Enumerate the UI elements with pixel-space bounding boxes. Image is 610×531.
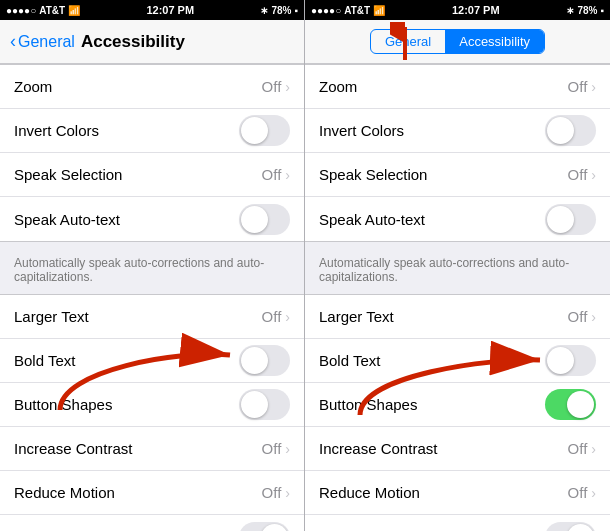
button-shapes-knob-2 — [567, 391, 594, 418]
signal-dots-1: ●●●●○ — [6, 5, 36, 16]
tab-accessibility[interactable]: Accessibility — [445, 30, 544, 53]
speak-auto-row-2[interactable]: Speak Auto-text — [305, 197, 610, 241]
on-off-labels-toggle-2[interactable] — [545, 522, 596, 532]
battery-1: 78% — [271, 5, 291, 16]
increase-contrast-row-2[interactable]: Increase Contrast Off › — [305, 427, 610, 471]
speak-auto-label-1: Speak Auto-text — [14, 211, 120, 228]
wifi-icon-1: 📶 — [68, 5, 80, 16]
speak-sel-label-2: Speak Selection — [319, 166, 427, 183]
up-arrow-annotation — [390, 22, 420, 62]
vision-note-2: Automatically speak auto-corrections and… — [305, 250, 610, 294]
invert-row-1[interactable]: Invert Colors — [0, 109, 304, 153]
bold-text-row-1[interactable]: Bold Text — [0, 339, 304, 383]
increase-contrast-value-1: Off — [262, 440, 282, 457]
zoom-row-1[interactable]: Zoom Off › — [0, 65, 304, 109]
media-rows-2: Larger Text Off › Bold Text — [305, 294, 610, 531]
media-rows-1: Larger Text Off › Bold Text — [0, 294, 304, 531]
bold-text-label-1: Bold Text — [14, 352, 75, 369]
invert-row-2[interactable]: Invert Colors — [305, 109, 610, 153]
increase-contrast-chevron-2: › — [591, 441, 596, 457]
bold-text-knob-2 — [547, 347, 574, 374]
button-shapes-row-1[interactable]: Button Shapes — [0, 383, 304, 427]
speak-auto-toggle-2[interactable] — [545, 204, 596, 235]
zoom-row-2[interactable]: Zoom Off › — [305, 65, 610, 109]
on-off-labels-toggle-1[interactable] — [239, 522, 290, 532]
larger-text-right-1: Off › — [262, 308, 290, 325]
speak-sel-value-2: Off — [568, 166, 588, 183]
larger-text-chevron-1: › — [285, 309, 290, 325]
invert-toggle-1[interactable] — [239, 115, 290, 146]
media-section-2: Larger Text Off › Bold Text — [305, 294, 610, 531]
increase-contrast-chevron-1: › — [285, 441, 290, 457]
speak-auto-toggle-1[interactable] — [239, 204, 290, 235]
speak-sel-label-1: Speak Selection — [14, 166, 122, 183]
battery-2: 78% — [577, 5, 597, 16]
button-shapes-row-2[interactable]: Button Shapes — [305, 383, 610, 427]
larger-text-right-2: Off › — [568, 308, 596, 325]
back-chevron-1: ‹ — [10, 31, 16, 52]
vision-note-1: Automatically speak auto-corrections and… — [0, 250, 304, 294]
bold-text-toggle-1[interactable] — [239, 345, 290, 376]
zoom-right-1: Off › — [262, 78, 290, 95]
zoom-value-1: Off — [262, 78, 282, 95]
reduce-motion-value-2: Off — [568, 484, 588, 501]
increase-contrast-right-2: Off › — [568, 440, 596, 457]
zoom-right-2: Off › — [568, 78, 596, 95]
invert-label-2: Invert Colors — [319, 122, 404, 139]
reduce-motion-row-2[interactable]: Reduce Motion Off › — [305, 471, 610, 515]
bold-text-row-2[interactable]: Bold Text — [305, 339, 610, 383]
back-button-1[interactable]: ‹ General — [10, 31, 75, 52]
panel-after: ●●●●○ AT&T 📶 12:07 PM ∗ 78% ▪ General Ac… — [305, 0, 610, 531]
speak-sel-row-2[interactable]: Speak Selection Off › — [305, 153, 610, 197]
on-off-labels-knob-2 — [567, 524, 594, 532]
status-bar-2: ●●●●○ AT&T 📶 12:07 PM ∗ 78% ▪ — [305, 0, 610, 20]
button-shapes-label-1: Button Shapes — [14, 396, 112, 413]
bold-text-toggle-2[interactable] — [545, 345, 596, 376]
larger-text-row-2[interactable]: Larger Text Off › — [305, 295, 610, 339]
scroll-area-2[interactable]: Zoom Off › Invert Colors — [305, 64, 610, 531]
speak-sel-row-1[interactable]: Speak Selection Off › — [0, 153, 304, 197]
reduce-motion-chevron-2: › — [591, 485, 596, 501]
larger-text-chevron-2: › — [591, 309, 596, 325]
larger-text-row-1[interactable]: Larger Text Off › — [0, 295, 304, 339]
wifi-icon-2: 📶 — [373, 5, 385, 16]
panel-before: ●●●●○ AT&T 📶 12:07 PM ∗ 78% ▪ ‹ General … — [0, 0, 305, 531]
button-shapes-toggle-1[interactable] — [239, 389, 290, 420]
speak-auto-row-1[interactable]: Speak Auto-text — [0, 197, 304, 241]
nav-bar-1: ‹ General Accessibility — [0, 20, 304, 64]
zoom-chevron-2: › — [591, 79, 596, 95]
status-right-2: ∗ 78% ▪ — [566, 5, 604, 16]
larger-text-value-1: Off — [262, 308, 282, 325]
on-off-labels-row-2[interactable]: On/Off Labels — [305, 515, 610, 531]
back-label-1: General — [18, 33, 75, 51]
scroll-area-1[interactable]: Zoom Off › Invert Colors — [0, 64, 304, 531]
bluetooth-icon-1: ∗ — [260, 5, 268, 16]
speak-sel-chevron-1: › — [285, 167, 290, 183]
invert-toggle-knob-1 — [241, 117, 268, 144]
battery-icon-2: ▪ — [600, 5, 604, 16]
signal-dots-2: ●●●●○ — [311, 5, 341, 16]
speak-sel-chevron-2: › — [591, 167, 596, 183]
reduce-motion-chevron-1: › — [285, 485, 290, 501]
vision-section-2: Zoom Off › Invert Colors — [305, 64, 610, 294]
increase-contrast-label-1: Increase Contrast — [14, 440, 132, 457]
larger-text-label-1: Larger Text — [14, 308, 89, 325]
increase-contrast-row-1[interactable]: Increase Contrast Off › — [0, 427, 304, 471]
bold-text-knob-1 — [241, 347, 268, 374]
reduce-motion-row-1[interactable]: Reduce Motion Off › — [0, 471, 304, 515]
zoom-label-2: Zoom — [319, 78, 357, 95]
status-bar-1: ●●●●○ AT&T 📶 12:07 PM ∗ 78% ▪ — [0, 0, 304, 20]
speak-sel-right-1: Off › — [262, 166, 290, 183]
on-off-labels-knob-1 — [261, 524, 288, 532]
increase-contrast-right-1: Off › — [262, 440, 290, 457]
reduce-motion-label-2: Reduce Motion — [319, 484, 420, 501]
button-shapes-toggle-2[interactable] — [545, 389, 596, 420]
invert-toggle-knob-2 — [547, 117, 574, 144]
reduce-motion-right-2: Off › — [568, 484, 596, 501]
vision-section-1: Zoom Off › Invert Colors — [0, 64, 304, 294]
increase-contrast-value-2: Off — [568, 440, 588, 457]
invert-toggle-2[interactable] — [545, 115, 596, 146]
status-left-2: ●●●●○ AT&T 📶 — [311, 5, 385, 16]
on-off-labels-row-1[interactable]: On/Off Labels — [0, 515, 304, 531]
bold-text-label-2: Bold Text — [319, 352, 380, 369]
